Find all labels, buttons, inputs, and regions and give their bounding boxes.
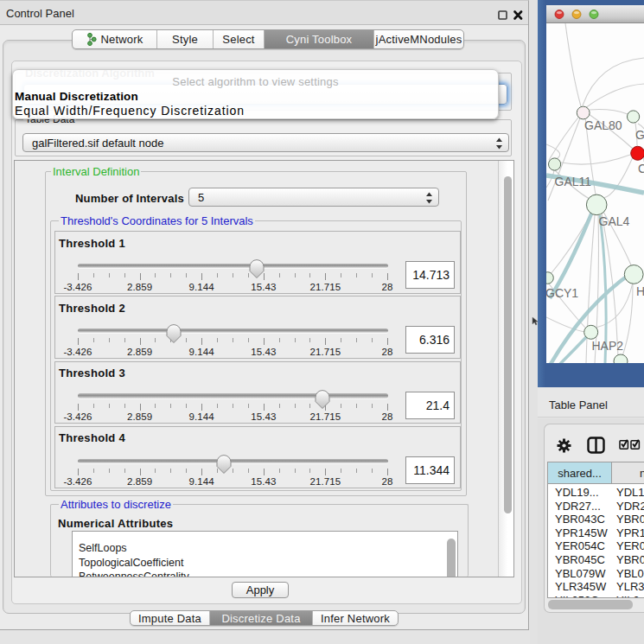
svg-text:C: C: [638, 162, 644, 175]
svg-text:GCY1: GCY1: [546, 286, 578, 300]
svg-text:GAL4: GAL4: [599, 214, 630, 228]
svg-text:GA: GA: [635, 128, 644, 142]
svg-text:HS: HS: [636, 284, 644, 298]
svg-text:HAP2: HAP2: [592, 339, 624, 353]
svg-text:GAL80: GAL80: [584, 118, 622, 132]
svg-text:GAL11: GAL11: [555, 175, 592, 188]
